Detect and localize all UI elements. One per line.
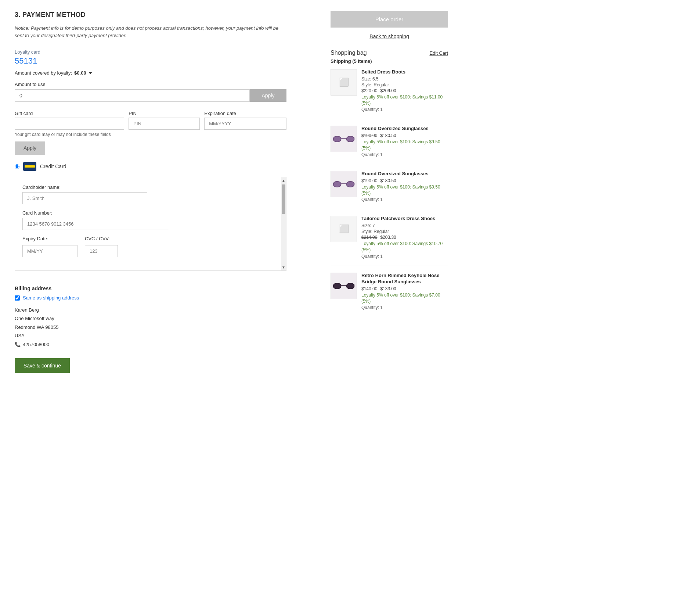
gift-card-apply-button[interactable]: Apply: [15, 141, 45, 155]
item-name: Round Oversized Sunglasses: [361, 171, 448, 177]
loyalty-savings: Loyalty 5% off over $100: Savings $11.00…: [361, 94, 448, 107]
item-image: [331, 171, 357, 197]
cart-item: Round Oversized Sunglasses $190.00 $180.…: [331, 171, 448, 209]
credit-card-icon: [23, 162, 36, 171]
billing-name: Karen Berg: [15, 306, 286, 314]
cart-item: Round Oversized Sunglasses $190.00 $180.…: [331, 126, 448, 164]
amount-to-use-row: Apply: [15, 89, 286, 102]
address-block: Karen Berg One Microsoft way Redmond WA …: [15, 306, 286, 340]
cvv-input[interactable]: [85, 245, 118, 257]
original-price: $140.00: [361, 286, 377, 291]
cvv-group: CVC / CVV:: [85, 236, 118, 257]
shopping-bag-title: Shopping bag: [331, 50, 367, 56]
amount-to-use-input[interactable]: [15, 89, 250, 102]
loyalty-savings: Loyalty 5% off over $100: Savings $7.00 …: [361, 292, 448, 305]
loyalty-card-number: 55131: [15, 56, 316, 66]
card-number-row: Card Number:: [22, 210, 279, 230]
svg-rect-1: [347, 136, 354, 142]
expiry-input[interactable]: [204, 118, 286, 130]
shopping-bag-header: Shopping bag Edit Cart: [331, 50, 448, 56]
gift-card-field: Gift card: [15, 111, 124, 130]
svg-rect-6: [347, 182, 354, 187]
section-title: 3. PAYMENT METHOD: [15, 11, 316, 19]
item-size: Size: 7: [361, 223, 448, 228]
gift-card-label: Gift card: [15, 111, 124, 116]
loyalty-apply-button[interactable]: Apply: [250, 89, 286, 102]
svg-rect-0: [333, 136, 341, 142]
billing-title: Billing address: [15, 286, 286, 291]
original-price: $190.00: [361, 178, 377, 183]
billing-country: USA: [15, 331, 286, 340]
cart-item: Retro Horn Rimmed Keyhole Nose Bridge Ro…: [331, 273, 448, 317]
save-continue-button[interactable]: Save & continue: [15, 358, 70, 373]
item-image: [331, 126, 357, 152]
phone-icon: 📞: [15, 342, 21, 347]
sale-price: $180.50: [380, 133, 396, 138]
cardholder-label: Cardholder name:: [22, 184, 279, 190]
billing-address-line1: One Microsoft way: [15, 314, 286, 323]
sale-price: $203.30: [380, 235, 396, 240]
notice-text: Notice: Payment info is for demo purpose…: [15, 25, 286, 39]
expiry-label: Expiration date: [204, 111, 286, 116]
item-details: Belted Dress Boots Size: 6.5Style: Regul…: [361, 69, 448, 112]
expiry-cvv-row: Expiry Date: CVC / CVV:: [22, 236, 279, 257]
card-number-input[interactable]: [22, 218, 169, 230]
expiry-field: Expiration date: [204, 111, 286, 130]
billing-phone: 4257058000: [23, 342, 49, 347]
item-size: Size: 6.5: [361, 76, 448, 82]
chevron-down-icon[interactable]: [89, 72, 92, 74]
scrollbar-track[interactable]: ▲ ▼: [281, 177, 286, 270]
sale-price: $133.00: [380, 286, 396, 291]
item-quantity: Quantity: 1: [361, 107, 448, 112]
item-name: Round Oversized Sunglasses: [361, 126, 448, 132]
item-details: Round Oversized Sunglasses $190.00 $180.…: [361, 171, 448, 202]
pin-label: PIN: [129, 111, 200, 116]
back-to-shopping-link[interactable]: Back to shopping: [331, 33, 448, 39]
edit-cart-link[interactable]: Edit Cart: [429, 50, 448, 56]
cart-item: ⬜ Belted Dress Boots Size: 6.5Style: Reg…: [331, 69, 448, 119]
scroll-up-arrow[interactable]: ▲: [282, 179, 285, 182]
payment-option-row: Credit Card: [15, 162, 286, 171]
payment-method-section: Credit Card Cardholder name: Card Number…: [15, 162, 286, 373]
phone-row: 📞 4257058000: [15, 342, 286, 347]
sidebar: Place order Back to shopping Shopping ba…: [331, 7, 448, 607]
same-as-shipping-checkbox[interactable]: [15, 295, 20, 301]
credit-card-radio[interactable]: [15, 164, 19, 169]
loyalty-savings: Loyalty 5% off over $100: Savings $10.70…: [361, 241, 448, 253]
scroll-down-arrow[interactable]: ▼: [282, 265, 285, 269]
gift-card-section: Gift card PIN Expiration date Your gift …: [15, 111, 286, 155]
pin-input[interactable]: [129, 118, 200, 130]
amount-covered-row: Amount covered by loyalty: $0.00: [15, 70, 316, 76]
expiry-group: Expiry Date:: [22, 236, 77, 257]
original-price: $220.00: [361, 88, 377, 93]
sale-price: $209.00: [380, 88, 396, 93]
price-row: $190.00 $180.50: [361, 178, 448, 183]
loyalty-section: Loyalty card 55131 Amount covered by loy…: [15, 49, 316, 102]
item-quantity: Quantity: 1: [361, 305, 448, 310]
svg-rect-10: [333, 283, 341, 289]
scroll-thumb[interactable]: [282, 184, 285, 214]
place-order-button[interactable]: Place order: [331, 11, 448, 28]
gift-card-fields-row: Gift card PIN Expiration date: [15, 111, 286, 130]
item-details: Tailored Patchwork Dress Shoes Size: 7St…: [361, 216, 448, 259]
same-as-shipping-label: Same as shipping address: [23, 295, 79, 301]
cart-item: ⬜ Tailored Patchwork Dress Shoes Size: 7…: [331, 216, 448, 266]
amount-to-use-label: Amount to use: [15, 82, 316, 87]
gift-card-note: Your gift card may or may not include th…: [15, 132, 286, 137]
billing-address-line2: Redmond WA 98055: [15, 323, 286, 331]
item-image: [331, 273, 357, 299]
original-price: $214.00: [361, 235, 377, 240]
price-row: $190.00 $180.50: [361, 133, 448, 138]
item-name: Tailored Patchwork Dress Shoes: [361, 216, 448, 222]
price-row: $220.00 $209.00: [361, 88, 448, 93]
loyalty-card-label: Loyalty card: [15, 49, 316, 55]
cart-items-container: ⬜ Belted Dress Boots Size: 6.5Style: Reg…: [331, 69, 448, 317]
gift-card-input[interactable]: [15, 118, 124, 130]
cardholder-input[interactable]: [22, 192, 147, 204]
billing-section: Billing address Same as shipping address…: [15, 280, 286, 347]
payment-form-container: Cardholder name: Card Number: Expiry Dat…: [15, 177, 286, 271]
amount-covered-value: $0.00: [74, 70, 86, 76]
sale-price: $180.50: [380, 178, 396, 183]
expiry-date-input[interactable]: [22, 245, 77, 257]
shipping-label: Shipping (5 items): [331, 58, 448, 64]
